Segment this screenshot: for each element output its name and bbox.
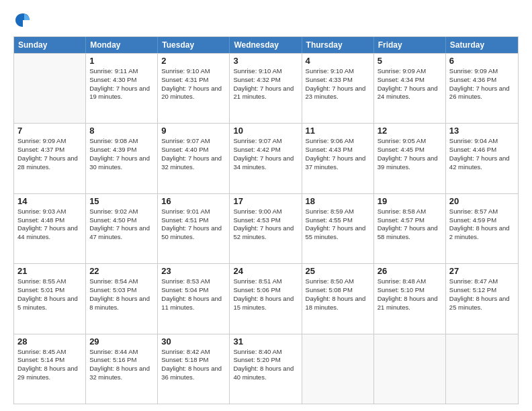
calendar-cell: 21Sunrise: 8:55 AMSunset: 5:01 PMDayligh… bbox=[14, 264, 86, 333]
cell-info: Sunrise: 9:05 AMSunset: 4:45 PMDaylight:… bbox=[378, 137, 442, 171]
calendar-header: SundayMondayTuesdayWednesdayThursdayFrid… bbox=[14, 37, 518, 53]
cell-info: Sunrise: 9:09 AMSunset: 4:37 PMDaylight:… bbox=[17, 137, 82, 171]
logo bbox=[13, 11, 35, 30]
cell-day-number: 8 bbox=[89, 126, 154, 136]
cell-info: Sunrise: 8:53 AMSunset: 5:04 PMDaylight:… bbox=[161, 277, 226, 312]
day-header-saturday: Saturday bbox=[446, 37, 518, 53]
cell-day-number: 12 bbox=[378, 126, 442, 136]
cell-day-number: 24 bbox=[233, 266, 298, 276]
calendar: SundayMondayTuesdayWednesdayThursdayFrid… bbox=[13, 36, 519, 404]
calendar-cell: 2Sunrise: 9:10 AMSunset: 4:31 PMDaylight… bbox=[158, 54, 230, 123]
calendar-cell: 19Sunrise: 8:58 AMSunset: 4:57 PMDayligh… bbox=[374, 194, 446, 263]
calendar-cell: 12Sunrise: 9:05 AMSunset: 4:45 PMDayligh… bbox=[374, 124, 446, 193]
cell-info: Sunrise: 9:04 AMSunset: 4:46 PMDaylight:… bbox=[449, 137, 515, 171]
cell-info: Sunrise: 9:09 AMSunset: 4:34 PMDaylight:… bbox=[378, 67, 442, 101]
cell-day-number: 1 bbox=[89, 56, 154, 66]
calendar-cell: 4Sunrise: 9:10 AMSunset: 4:33 PMDaylight… bbox=[302, 54, 374, 123]
calendar-cell: 7Sunrise: 9:09 AMSunset: 4:37 PMDaylight… bbox=[14, 124, 86, 193]
cell-info: Sunrise: 8:50 AMSunset: 5:08 PMDaylight:… bbox=[306, 277, 370, 312]
cell-info: Sunrise: 8:58 AMSunset: 4:57 PMDaylight:… bbox=[378, 208, 442, 242]
calendar-cell bbox=[446, 334, 518, 404]
cell-day-number: 22 bbox=[89, 266, 154, 276]
cell-info: Sunrise: 8:44 AMSunset: 5:16 PMDaylight:… bbox=[89, 348, 154, 382]
cell-day-number: 30 bbox=[161, 336, 226, 347]
cell-info: Sunrise: 8:47 AMSunset: 5:12 PMDaylight:… bbox=[449, 277, 515, 312]
calendar-row-1: 1Sunrise: 9:11 AMSunset: 4:30 PMDaylight… bbox=[14, 53, 518, 123]
calendar-cell: 30Sunrise: 8:42 AMSunset: 5:18 PMDayligh… bbox=[158, 334, 230, 404]
cell-info: Sunrise: 9:10 AMSunset: 4:31 PMDaylight:… bbox=[161, 67, 226, 101]
cell-info: Sunrise: 8:45 AMSunset: 5:14 PMDaylight:… bbox=[17, 348, 82, 382]
day-header-tuesday: Tuesday bbox=[158, 37, 230, 53]
calendar-cell: 24Sunrise: 8:51 AMSunset: 5:06 PMDayligh… bbox=[230, 264, 302, 333]
calendar-cell: 18Sunrise: 8:59 AMSunset: 4:55 PMDayligh… bbox=[302, 194, 374, 263]
cell-day-number: 28 bbox=[17, 336, 82, 347]
cell-day-number: 13 bbox=[449, 126, 515, 136]
day-header-thursday: Thursday bbox=[302, 37, 374, 53]
cell-day-number: 26 bbox=[378, 266, 442, 276]
cell-info: Sunrise: 9:07 AMSunset: 4:42 PMDaylight:… bbox=[233, 137, 298, 171]
calendar-cell: 15Sunrise: 9:02 AMSunset: 4:50 PMDayligh… bbox=[86, 194, 158, 263]
day-header-sunday: Sunday bbox=[14, 37, 86, 53]
calendar-cell: 20Sunrise: 8:57 AMSunset: 4:59 PMDayligh… bbox=[446, 194, 518, 263]
cell-info: Sunrise: 8:42 AMSunset: 5:18 PMDaylight:… bbox=[161, 348, 226, 382]
calendar-cell: 6Sunrise: 9:09 AMSunset: 4:36 PMDaylight… bbox=[446, 54, 518, 123]
cell-day-number: 20 bbox=[449, 196, 515, 206]
calendar-row-4: 21Sunrise: 8:55 AMSunset: 5:01 PMDayligh… bbox=[14, 263, 518, 333]
calendar-cell: 14Sunrise: 9:03 AMSunset: 4:48 PMDayligh… bbox=[14, 194, 86, 263]
cell-info: Sunrise: 9:09 AMSunset: 4:36 PMDaylight:… bbox=[449, 67, 515, 101]
cell-day-number: 27 bbox=[449, 266, 515, 276]
cell-info: Sunrise: 9:08 AMSunset: 4:39 PMDaylight:… bbox=[89, 137, 154, 171]
calendar-cell: 25Sunrise: 8:50 AMSunset: 5:08 PMDayligh… bbox=[302, 264, 374, 333]
calendar-cell: 11Sunrise: 9:06 AMSunset: 4:43 PMDayligh… bbox=[302, 124, 374, 193]
calendar-cell: 10Sunrise: 9:07 AMSunset: 4:42 PMDayligh… bbox=[230, 124, 302, 193]
cell-day-number: 19 bbox=[378, 196, 442, 206]
calendar-cell: 5Sunrise: 9:09 AMSunset: 4:34 PMDaylight… bbox=[374, 54, 446, 123]
cell-day-number: 29 bbox=[89, 336, 154, 347]
cell-day-number: 15 bbox=[89, 196, 154, 206]
calendar-body: 1Sunrise: 9:11 AMSunset: 4:30 PMDaylight… bbox=[14, 53, 518, 404]
calendar-cell: 9Sunrise: 9:07 AMSunset: 4:40 PMDaylight… bbox=[158, 124, 230, 193]
cell-day-number: 16 bbox=[161, 196, 226, 206]
calendar-cell: 17Sunrise: 9:00 AMSunset: 4:53 PMDayligh… bbox=[230, 194, 302, 263]
calendar-cell: 23Sunrise: 8:53 AMSunset: 5:04 PMDayligh… bbox=[158, 264, 230, 333]
cell-info: Sunrise: 9:10 AMSunset: 4:33 PMDaylight:… bbox=[306, 67, 370, 101]
cell-info: Sunrise: 9:02 AMSunset: 4:50 PMDaylight:… bbox=[89, 208, 154, 242]
calendar-cell bbox=[374, 334, 446, 404]
cell-info: Sunrise: 8:48 AMSunset: 5:10 PMDaylight:… bbox=[378, 277, 442, 312]
cell-info: Sunrise: 9:10 AMSunset: 4:32 PMDaylight:… bbox=[233, 67, 298, 101]
cell-day-number: 5 bbox=[378, 56, 442, 66]
day-header-wednesday: Wednesday bbox=[230, 37, 302, 53]
cell-info: Sunrise: 9:07 AMSunset: 4:40 PMDaylight:… bbox=[161, 137, 226, 171]
cell-info: Sunrise: 8:55 AMSunset: 5:01 PMDaylight:… bbox=[17, 277, 82, 312]
cell-day-number: 18 bbox=[306, 196, 370, 206]
calendar-cell: 8Sunrise: 9:08 AMSunset: 4:39 PMDaylight… bbox=[86, 124, 158, 193]
cell-day-number: 6 bbox=[449, 56, 515, 66]
logo-icon bbox=[13, 11, 32, 30]
cell-day-number: 17 bbox=[233, 196, 298, 206]
cell-info: Sunrise: 9:06 AMSunset: 4:43 PMDaylight:… bbox=[306, 137, 370, 171]
cell-day-number: 23 bbox=[161, 266, 226, 276]
calendar-row-3: 14Sunrise: 9:03 AMSunset: 4:48 PMDayligh… bbox=[14, 193, 518, 263]
cell-info: Sunrise: 9:01 AMSunset: 4:51 PMDaylight:… bbox=[161, 208, 226, 242]
cell-info: Sunrise: 9:11 AMSunset: 4:30 PMDaylight:… bbox=[89, 67, 154, 101]
calendar-cell bbox=[302, 334, 374, 404]
cell-info: Sunrise: 9:03 AMSunset: 4:48 PMDaylight:… bbox=[17, 208, 82, 242]
day-header-friday: Friday bbox=[374, 37, 446, 53]
calendar-cell: 29Sunrise: 8:44 AMSunset: 5:16 PMDayligh… bbox=[86, 334, 158, 404]
calendar-cell: 26Sunrise: 8:48 AMSunset: 5:10 PMDayligh… bbox=[374, 264, 446, 333]
cell-day-number: 31 bbox=[233, 336, 298, 347]
cell-day-number: 9 bbox=[161, 126, 226, 136]
cell-info: Sunrise: 9:00 AMSunset: 4:53 PMDaylight:… bbox=[233, 208, 298, 242]
calendar-row-5: 28Sunrise: 8:45 AMSunset: 5:14 PMDayligh… bbox=[14, 334, 518, 404]
cell-day-number: 21 bbox=[17, 266, 82, 276]
cell-info: Sunrise: 8:59 AMSunset: 4:55 PMDaylight:… bbox=[306, 208, 370, 242]
cell-day-number: 7 bbox=[17, 126, 82, 136]
calendar-cell: 22Sunrise: 8:54 AMSunset: 5:03 PMDayligh… bbox=[86, 264, 158, 333]
cell-day-number: 3 bbox=[233, 56, 298, 66]
calendar-cell bbox=[14, 54, 86, 123]
calendar-cell: 1Sunrise: 9:11 AMSunset: 4:30 PMDaylight… bbox=[86, 54, 158, 123]
cell-day-number: 2 bbox=[161, 56, 226, 66]
calendar-cell: 31Sunrise: 8:40 AMSunset: 5:20 PMDayligh… bbox=[230, 334, 302, 404]
cell-info: Sunrise: 8:40 AMSunset: 5:20 PMDaylight:… bbox=[233, 348, 298, 382]
calendar-cell: 28Sunrise: 8:45 AMSunset: 5:14 PMDayligh… bbox=[14, 334, 86, 404]
